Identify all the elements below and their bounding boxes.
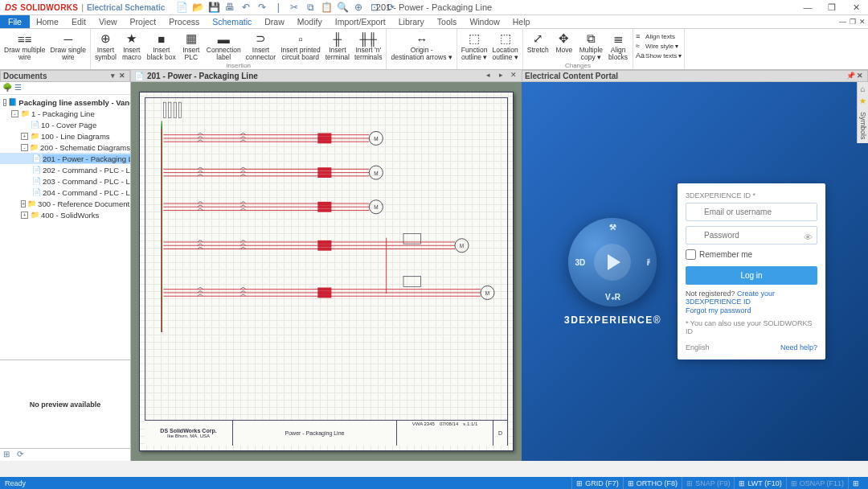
documents-tree[interactable]: -📘Packaging line assembly - Vance sandbo… (0, 95, 130, 360)
align-blocks[interactable]: ≣Align blocks (606, 31, 630, 62)
qat-print-icon[interactable]: 🖶 (224, 2, 235, 13)
menu-draw[interactable]: Draw (258, 15, 291, 28)
insert-connector[interactable]: ⊃Insert connector (244, 31, 277, 62)
menu-importexport[interactable]: Import/Export (329, 15, 392, 28)
side-tab-2[interactable]: Symbols (858, 109, 868, 143)
show-texts[interactable]: AaShow texts ▾ (636, 51, 682, 60)
mdi-restore-icon[interactable]: ❐ (850, 18, 856, 26)
qat-open-icon[interactable]: 📂 (192, 2, 203, 13)
panel-dropdown-icon[interactable]: ▾ (108, 72, 117, 81)
stretch[interactable]: ⤢Stretch (526, 31, 551, 62)
connection-label[interactable]: ▬Connection label (205, 31, 243, 62)
panel-close-icon[interactable]: ✕ (117, 72, 127, 81)
origin-destination-arrows[interactable]: ↔Origin - destination arrows ▾ (389, 31, 453, 62)
qat-paste-icon[interactable]: 📋 (321, 2, 332, 13)
menu-view[interactable]: View (92, 15, 124, 28)
location-outline[interactable]: ⬚Location outline ▾ (490, 31, 519, 62)
multiple-copy[interactable]: ⧉Multiple copy ▾ (578, 31, 604, 62)
menu-window[interactable]: Window (463, 15, 506, 28)
menu-library[interactable]: Library (392, 15, 431, 28)
close-button[interactable]: ✕ (844, 0, 868, 15)
tree-node[interactable]: 📄204 - Command - PLC - Line 3 (0, 187, 130, 198)
side-tab-0[interactable]: ⌂ (860, 84, 865, 93)
docs-list-view-icon[interactable]: ☰ (14, 83, 25, 93)
compass-icon[interactable]: ⚒ 3D iⁱ V₊R (568, 218, 657, 306)
menu-help[interactable]: Help (506, 15, 537, 28)
docs-tree-view-icon[interactable]: 🌳 (2, 83, 13, 93)
expand-icon[interactable]: + (21, 133, 28, 140)
draw-multiple-wire[interactable]: ≡≡Draw multiple wire (2, 31, 47, 62)
status-ortho[interactable]: ⊞ORTHO (F8) (623, 477, 682, 489)
forgot-password-link[interactable]: Forgot my password (686, 306, 751, 314)
minimize-button[interactable]: — (796, 0, 820, 15)
maximize-button[interactable]: ❐ (820, 0, 844, 15)
show-password-icon[interactable]: 👁 (804, 232, 813, 241)
expand-icon[interactable]: - (21, 144, 28, 151)
status-osnap[interactable]: ⊞OSNAP (F11) (786, 477, 848, 489)
align-texts[interactable]: ≡Align texts (636, 31, 682, 41)
tab-close-icon[interactable]: ✕ (509, 71, 518, 80)
drawing-tab-title[interactable]: 201 - Power - Packaging Line (147, 72, 258, 80)
insert-printed-circuit-board[interactable]: ▫Insert printed circuit board (279, 31, 322, 62)
tree-node[interactable]: -📁200 - Schematic Diagrams (0, 142, 130, 153)
qat-save-icon[interactable]: 💾 (208, 2, 219, 13)
expand-icon[interactable]: + (21, 200, 26, 208)
login-button[interactable]: Log in (686, 266, 817, 285)
email-input[interactable] (686, 203, 817, 221)
mdi-minimize-icon[interactable]: — (839, 18, 846, 26)
status-snap[interactable]: ⊞SNAP (F9) (682, 477, 734, 489)
remember-me-checkbox[interactable]: Remember me (686, 249, 817, 260)
drawing-viewport[interactable]: MMMMM DS SolidWorks Corp. Ike Bhvm, MA, … (131, 82, 522, 461)
qat-undo-icon[interactable]: ↶ (240, 2, 252, 13)
language-selector[interactable]: English (686, 343, 710, 351)
status-end-icon[interactable]: ⊞ (848, 477, 863, 489)
need-help-link[interactable]: Need help? (780, 343, 817, 351)
qat-find-icon[interactable]: 🔍 (337, 2, 348, 13)
move[interactable]: ✥Move (552, 31, 576, 62)
menu-tools[interactable]: Tools (431, 15, 464, 28)
menu-home[interactable]: Home (30, 15, 65, 28)
qat-copy-icon[interactable]: ⧉ (305, 2, 316, 13)
tree-node[interactable]: 📄203 - Command - PLC - Line 2 (0, 175, 130, 187)
tree-root[interactable]: -📘Packaging line assembly - Vance sandbo… (0, 97, 130, 108)
qat-cut-icon[interactable]: ✂ (289, 2, 300, 13)
tree-node[interactable]: -📁1 - Packaging Line (0, 108, 130, 119)
menu-process[interactable]: Process (162, 15, 206, 28)
insert-n-terminals[interactable]: ╫╫Insert 'n' terminals (353, 31, 383, 62)
qat-redo-icon[interactable]: ↷ (256, 2, 268, 13)
menu-modify[interactable]: Modify (291, 15, 329, 28)
draw-single-wire[interactable]: ─Draw single wire (49, 31, 88, 62)
insert-symbol[interactable]: ⊕Insert symbol (93, 31, 118, 62)
status-lwt[interactable]: ⊞LWT (F10) (734, 477, 785, 489)
tree-node[interactable]: +📁400 - SolidWorks (0, 209, 130, 220)
side-tab-1[interactable]: ★ (859, 97, 866, 105)
menu-schematic[interactable]: Schematic (206, 15, 258, 28)
compass-play-icon[interactable] (594, 244, 631, 281)
insert-black-box[interactable]: ■Insert black box (145, 31, 178, 62)
tree-node[interactable]: 📄202 - Command - PLC - Line 1 (0, 164, 130, 175)
expand-icon[interactable]: + (21, 212, 28, 219)
insert-macro[interactable]: ★Insert macro (120, 31, 144, 62)
tree-node[interactable]: 📄10 - Cover Page (0, 119, 130, 130)
tree-node[interactable]: +📁300 - Reference Documents (0, 198, 130, 209)
function-outline[interactable]: ⬚Function outline ▾ (460, 31, 489, 62)
tab-prev-icon[interactable]: ◂ (483, 71, 493, 80)
remember-checkbox[interactable] (686, 249, 696, 260)
qat-new-icon[interactable]: 📄 (176, 2, 187, 13)
docs-footer-icon-2[interactable]: ⟳ (17, 450, 27, 460)
portal-pin-icon[interactable]: 📌 (845, 72, 855, 81)
expand-icon[interactable]: - (3, 99, 6, 106)
menu-file[interactable]: File (0, 15, 30, 28)
tree-node[interactable]: +📁100 - Line Diagrams (0, 130, 130, 142)
menu-project[interactable]: Project (124, 15, 163, 28)
mdi-close-icon[interactable]: ✕ (859, 18, 866, 26)
wire-style[interactable]: ≈Wire style ▾ (636, 41, 682, 51)
menu-edit[interactable]: Edit (65, 15, 92, 28)
status-grid[interactable]: ⊞GRID (F7) (571, 477, 623, 489)
qat-zoom-icon[interactable]: ⊕ (353, 2, 364, 13)
tree-node[interactable]: 📄201 - Power - Packaging Line (0, 153, 130, 164)
expand-icon[interactable]: - (11, 110, 18, 117)
portal-close-icon[interactable]: ✕ (855, 72, 865, 81)
password-input[interactable] (686, 226, 817, 244)
insert-terminal[interactable]: ╫Insert terminal (324, 31, 351, 62)
